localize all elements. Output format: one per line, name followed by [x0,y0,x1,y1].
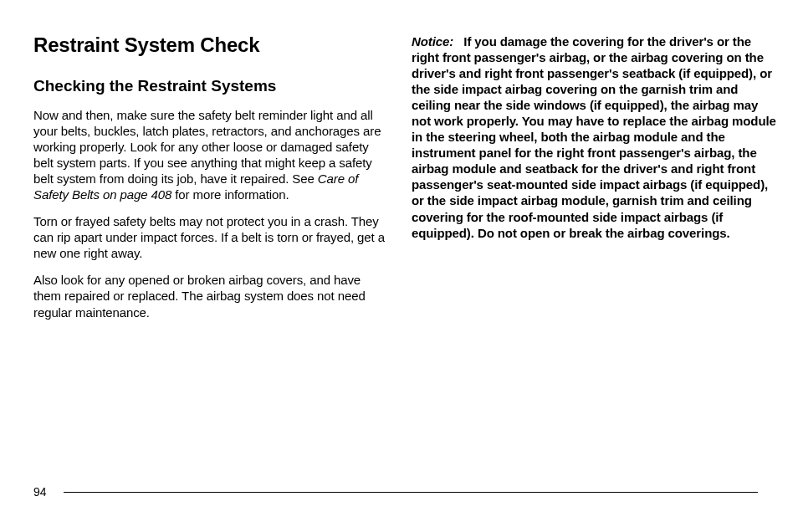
paragraph-1b: for more information. [171,187,289,202]
notice-label: Notice: [412,34,453,49]
paragraph-2: Torn or frayed safety belts may not prot… [33,213,385,261]
notice-paragraph: Notice: If you damage the covering for t… [412,33,778,241]
left-column: Restraint System Check Checking the Rest… [33,33,385,331]
section-heading: Restraint System Check [33,33,385,57]
subsection-heading: Checking the Restraint Systems [33,77,385,95]
paragraph-1: Now and then, make sure the safety belt … [33,107,385,202]
page-footer: 94 [33,485,758,499]
footer-rule [64,492,758,493]
notice-body: If you damage the covering for the drive… [412,34,776,240]
notice-block: Notice: If you damage the covering for t… [412,33,778,241]
paragraph-3: Also look for any opened or broken airba… [33,272,385,320]
notice-spacer [453,34,463,49]
page-number: 94 [33,485,47,499]
right-column: Notice: If you damage the covering for t… [412,33,778,331]
